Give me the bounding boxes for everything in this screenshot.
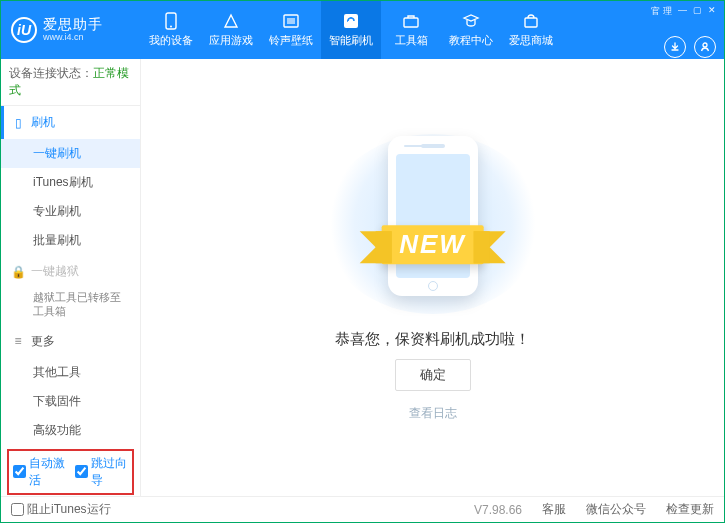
brand: iU 爱思助手 www.i4.cn <box>1 1 141 59</box>
sidebar-item-download-fw[interactable]: 下载固件 <box>1 387 140 416</box>
nav-tutorial[interactable]: 教程中心 <box>441 1 501 59</box>
flash-items: 一键刷机 iTunes刷机 专业刷机 批量刷机 <box>1 139 140 255</box>
connection-status: 设备连接状态：正常模式 <box>1 59 140 106</box>
support-link[interactable]: 客服 <box>542 501 566 518</box>
close-icon[interactable]: ✕ <box>708 5 716 18</box>
header: iU 爱思助手 www.i4.cn 我的设备 应用游戏 铃声壁纸 智能刷机 <box>1 1 724 59</box>
nav-label: 教程中心 <box>449 33 493 48</box>
sidebar-item-pro-flash[interactable]: 专业刷机 <box>1 197 140 226</box>
brand-title: 爱思助手 <box>43 17 103 32</box>
block-itunes-label: 阻止iTunes运行 <box>27 501 111 518</box>
checkbox-row: 自动激活 跳过向导 <box>7 449 134 495</box>
sidebar-item-oneclick-flash[interactable]: 一键刷机 <box>1 139 140 168</box>
phone-small-icon: ▯ <box>11 116 25 130</box>
nav-label: 爱思商城 <box>509 33 553 48</box>
check-update-link[interactable]: 检查更新 <box>666 501 714 518</box>
svg-rect-5 <box>404 18 418 27</box>
svg-point-7 <box>703 43 707 47</box>
version-text: V7.98.66 <box>474 503 522 517</box>
window-controls: 官 理 — ▢ ✕ <box>651 5 716 18</box>
new-ribbon: NEW <box>381 225 484 264</box>
ok-button[interactable]: 确定 <box>395 359 471 391</box>
jailbreak-note: 越狱工具已转移至工具箱 <box>1 288 140 325</box>
success-text: 恭喜您，保资料刷机成功啦！ <box>335 330 530 349</box>
phone-illustration-icon <box>388 136 478 296</box>
brand-logo-icon: iU <box>11 17 37 43</box>
maximize-icon[interactable]: ▢ <box>693 5 702 18</box>
sidebar-item-advanced[interactable]: 高级功能 <box>1 416 140 445</box>
conn-label: 设备连接状态： <box>9 66 93 80</box>
nav-label: 工具箱 <box>395 33 428 48</box>
section-label: 一键越狱 <box>31 263 79 280</box>
body: 设备连接状态：正常模式 ▯ 刷机 一键刷机 iTunes刷机 专业刷机 批量刷机… <box>1 59 724 496</box>
nav-flash[interactable]: 智能刷机 <box>321 1 381 59</box>
wechat-link[interactable]: 微信公众号 <box>586 501 646 518</box>
view-log-link[interactable]: 查看日志 <box>409 405 457 422</box>
sidebar-item-itunes-flash[interactable]: iTunes刷机 <box>1 168 140 197</box>
nav-label: 应用游戏 <box>209 33 253 48</box>
skip-guide-label: 跳过向导 <box>91 455 129 489</box>
toolbox-icon <box>402 12 420 30</box>
brand-text: 爱思助手 www.i4.cn <box>43 17 103 42</box>
more-icon: ≡ <box>11 334 25 348</box>
sidebar-item-other-tools[interactable]: 其他工具 <box>1 358 140 387</box>
minimize-icon[interactable]: — <box>678 5 687 18</box>
more-items: 其他工具 下载固件 高级功能 <box>1 358 140 445</box>
nav-label: 智能刷机 <box>329 33 373 48</box>
store-icon <box>522 12 540 30</box>
nav-apps[interactable]: 应用游戏 <box>201 1 261 59</box>
success-illustration: NEW <box>323 134 543 314</box>
app-window: iU 爱思助手 www.i4.cn 我的设备 应用游戏 铃声壁纸 智能刷机 <box>0 0 725 523</box>
download-button[interactable] <box>664 36 686 58</box>
header-right: 官 理 — ▢ ✕ <box>651 1 724 59</box>
sidebar-head-jailbreak: 🔒 一键越狱 <box>1 255 140 288</box>
auto-activate-input[interactable] <box>13 465 26 478</box>
user-button[interactable] <box>694 36 716 58</box>
brand-url: www.i4.cn <box>43 33 103 43</box>
skip-guide-checkbox[interactable]: 跳过向导 <box>75 455 129 489</box>
apps-icon <box>222 12 240 30</box>
sidebar-head-more[interactable]: ≡ 更多 <box>1 325 140 358</box>
svg-rect-4 <box>344 14 358 28</box>
vip-text[interactable]: 官 理 <box>651 5 672 18</box>
tutorial-icon <box>462 12 480 30</box>
svg-rect-3 <box>287 18 295 24</box>
top-nav: 我的设备 应用游戏 铃声壁纸 智能刷机 工具箱 教程中心 <box>141 1 651 59</box>
section-label: 刷机 <box>31 114 55 131</box>
svg-rect-6 <box>525 18 537 27</box>
nav-ringtone[interactable]: 铃声壁纸 <box>261 1 321 59</box>
nav-store[interactable]: 爱思商城 <box>501 1 561 59</box>
flash-icon <box>342 12 360 30</box>
block-itunes-checkbox[interactable]: 阻止iTunes运行 <box>11 501 111 518</box>
nav-label: 铃声壁纸 <box>269 33 313 48</box>
auto-activate-checkbox[interactable]: 自动激活 <box>13 455 67 489</box>
nav-label: 我的设备 <box>149 33 193 48</box>
nav-toolbox[interactable]: 工具箱 <box>381 1 441 59</box>
wallpaper-icon <box>282 12 300 30</box>
sidebar-item-batch-flash[interactable]: 批量刷机 <box>1 226 140 255</box>
nav-my-device[interactable]: 我的设备 <box>141 1 201 59</box>
svg-point-1 <box>170 26 172 28</box>
phone-icon <box>162 12 180 30</box>
section-label: 更多 <box>31 333 55 350</box>
sidebar: 设备连接状态：正常模式 ▯ 刷机 一键刷机 iTunes刷机 专业刷机 批量刷机… <box>1 59 141 496</box>
content: NEW 恭喜您，保资料刷机成功啦！ 确定 查看日志 <box>141 59 724 496</box>
ribbon-text: NEW <box>381 225 484 264</box>
auto-activate-label: 自动激活 <box>29 455 67 489</box>
footer: 阻止iTunes运行 V7.98.66 客服 微信公众号 检查更新 <box>1 496 724 522</box>
skip-guide-input[interactable] <box>75 465 88 478</box>
block-itunes-input[interactable] <box>11 503 24 516</box>
sidebar-head-flash[interactable]: ▯ 刷机 <box>1 106 140 139</box>
lock-icon: 🔒 <box>11 265 25 279</box>
